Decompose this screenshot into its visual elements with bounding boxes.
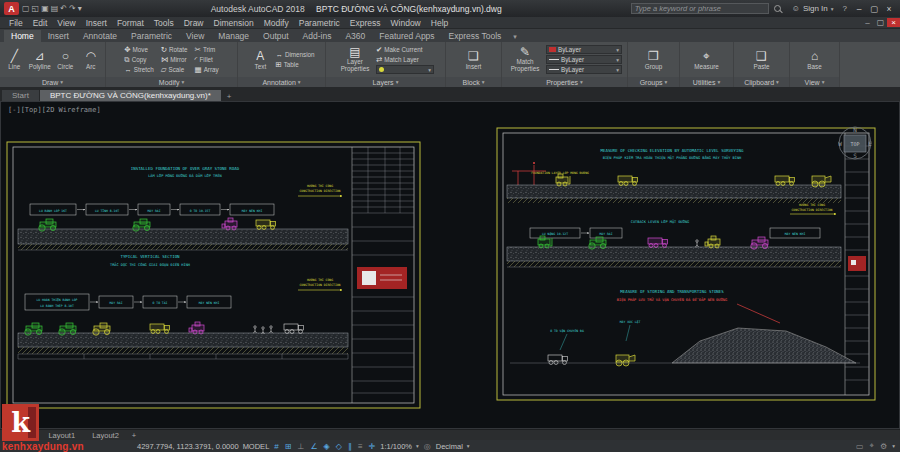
chevron-down-icon[interactable]: ▾ <box>892 443 895 449</box>
menu-window[interactable]: Window <box>386 18 426 28</box>
isolate-objects-icon[interactable]: ▭ <box>855 442 865 451</box>
menu-edit[interactable]: Edit <box>28 18 53 28</box>
annotation-scale[interactable]: 1:1/100% <box>380 442 412 451</box>
tool-measure[interactable]: ⌖Measure <box>695 50 719 70</box>
dynamic-input-icon[interactable]: ✛ <box>368 442 377 451</box>
lineweight-icon[interactable]: ≡ <box>357 442 364 451</box>
open-icon[interactable]: ◱ <box>32 4 40 13</box>
tab-parametric[interactable]: Parametric <box>124 30 179 42</box>
save-icon[interactable]: ▣ <box>41 4 49 13</box>
ortho-icon[interactable]: ⊥ <box>296 442 305 451</box>
tool-stretch[interactable]: ↔Stretch <box>124 65 153 75</box>
chevron-down-icon[interactable]: ▾ <box>416 443 419 449</box>
tool-text[interactable]: AText <box>248 50 272 70</box>
tab-manage[interactable]: Manage <box>211 30 256 42</box>
redo-icon[interactable]: ↷ <box>69 4 76 13</box>
doc-close-button[interactable]: × <box>887 18 900 27</box>
tool-match-properties[interactable]: ✎Match Properties <box>507 46 543 72</box>
new-layout-button[interactable]: + <box>128 431 140 440</box>
tool-circle[interactable]: ○Circle <box>54 50 77 70</box>
model-space-label[interactable]: MODEL <box>243 442 270 451</box>
new-icon[interactable]: ▢ <box>22 4 30 13</box>
tool-match-layer[interactable]: ⇄Match Layer <box>376 55 434 64</box>
tool-rotate[interactable]: ↻Rotate <box>161 45 188 55</box>
tool-table[interactable]: ⊞Table <box>275 60 314 69</box>
panel-label-view[interactable]: View▾ <box>790 77 839 87</box>
new-tab-button[interactable]: + <box>222 92 237 101</box>
tab-annotate[interactable]: Annotate <box>76 30 124 42</box>
tool-make-current[interactable]: ✔Make Current <box>376 45 434 54</box>
menu-file[interactable]: File <box>4 18 28 28</box>
menu-help[interactable]: Help <box>426 18 453 28</box>
panel-label-utilities[interactable]: Utilities▾ <box>680 77 733 87</box>
linetype-dropdown[interactable]: ByLayer▾ <box>546 55 622 64</box>
doc-minimize-button[interactable]: – <box>861 18 874 27</box>
panel-label-modify[interactable]: Modify▾ <box>106 77 237 87</box>
osnap-icon[interactable]: ◇ <box>335 442 343 451</box>
gear-icon[interactable]: ⚙ <box>879 442 888 451</box>
tool-dimension[interactable]: ↔Dimension <box>275 50 314 59</box>
viewcube-east[interactable]: E <box>868 140 872 147</box>
units-dropdown[interactable]: Decimal <box>436 442 463 451</box>
tab-view[interactable]: View <box>179 30 211 42</box>
tab-layout1[interactable]: Layout1 <box>40 431 83 440</box>
layer-dropdown[interactable]: ▾ <box>376 65 434 74</box>
measure-icon[interactable]: ⌖ <box>869 441 876 451</box>
search-input[interactable] <box>631 3 769 14</box>
tab-express-tools[interactable]: Express Tools <box>442 30 509 42</box>
viewport-controls[interactable]: [-][Top][2D Wireframe] <box>8 106 101 114</box>
tool-line[interactable]: ╱Line <box>3 50 26 70</box>
print-icon[interactable]: ▤ <box>51 4 59 13</box>
viewcube-west[interactable]: W <box>838 140 842 147</box>
tool-insert[interactable]: ❏Insert <box>462 50 486 70</box>
tab-start[interactable]: Start <box>2 90 39 101</box>
tab-drawing[interactable]: BPTC ĐƯỜNG VÀ CỐNG(kenhxaydung.vn)* <box>40 90 221 101</box>
menu-parametric[interactable]: Parametric <box>294 18 345 28</box>
viewcube-north[interactable]: N <box>853 126 857 133</box>
tool-scale[interactable]: ▱Scale <box>161 65 188 75</box>
panel-label-block[interactable]: Block▾ <box>446 77 501 87</box>
tool-arc[interactable]: ◠Arc <box>80 50 103 70</box>
tool-fillet[interactable]: ◜Fillet <box>195 55 219 65</box>
tab-a360[interactable]: A360 <box>338 30 372 42</box>
tab-featured-apps[interactable]: Featured Apps <box>372 30 441 42</box>
tool-group[interactable]: ❐Group <box>642 50 666 70</box>
panel-label-groups[interactable]: Groups▾ <box>628 77 679 87</box>
sign-in-button[interactable]: ☺ Sign In ▾ <box>788 4 838 13</box>
drawing-canvas[interactable]: [-][Top][2D Wireframe] IN <box>0 101 900 429</box>
ribbon-collapse-icon[interactable]: ▾ <box>508 32 522 42</box>
color-dropdown[interactable]: ByLayer▾ <box>546 45 622 54</box>
viewcube-top-face[interactable]: TOP <box>850 141 859 147</box>
minimize-button[interactable]: – <box>852 4 866 14</box>
menu-view[interactable]: View <box>52 18 80 28</box>
chevron-down-icon[interactable]: ▾ <box>467 443 470 449</box>
viewcube-south[interactable]: S <box>853 152 857 159</box>
snap-icon[interactable]: ⊞ <box>284 442 293 451</box>
search-icon[interactable] <box>774 5 781 12</box>
polar-icon[interactable]: ∠ <box>309 442 318 451</box>
doc-restore-button[interactable]: ▢ <box>874 18 887 27</box>
tool-array[interactable]: ▦Array <box>195 65 219 75</box>
menu-modify[interactable]: Modify <box>259 18 294 28</box>
menu-insert[interactable]: Insert <box>81 18 112 28</box>
maximize-button[interactable]: ▢ <box>867 4 881 14</box>
menu-draw[interactable]: Draw <box>179 18 209 28</box>
tool-trim[interactable]: ✂Trim <box>195 45 219 55</box>
tool-paste[interactable]: ❑Paste <box>750 50 774 70</box>
panel-label-layers[interactable]: Layers▾ <box>326 77 445 87</box>
panel-label-draw[interactable]: Draw▾ <box>0 77 105 87</box>
tool-mirror[interactable]: ⋈Mirror <box>161 55 188 65</box>
tab-layout2[interactable]: Layout2 <box>84 431 127 440</box>
menu-express[interactable]: Express <box>345 18 386 28</box>
menu-dimension[interactable]: Dimension <box>209 18 259 28</box>
tool-polyline[interactable]: ⊿Polyline <box>29 50 52 70</box>
tool-copy[interactable]: ⧉Copy <box>124 55 153 65</box>
viewcube[interactable]: N W E S TOP <box>838 126 872 159</box>
panel-label-clipboard[interactable]: Clipboard▾ <box>734 77 789 87</box>
tool-base[interactable]: ⌂Base <box>803 50 827 70</box>
qat-chevron-icon[interactable]: ▾ <box>78 4 82 13</box>
tab-home[interactable]: Home <box>4 30 41 42</box>
iso-icon[interactable]: ◈ <box>323 442 331 451</box>
panel-label-annotation[interactable]: Annotation▾ <box>238 77 325 87</box>
target-icon[interactable]: ◎ <box>423 442 432 451</box>
